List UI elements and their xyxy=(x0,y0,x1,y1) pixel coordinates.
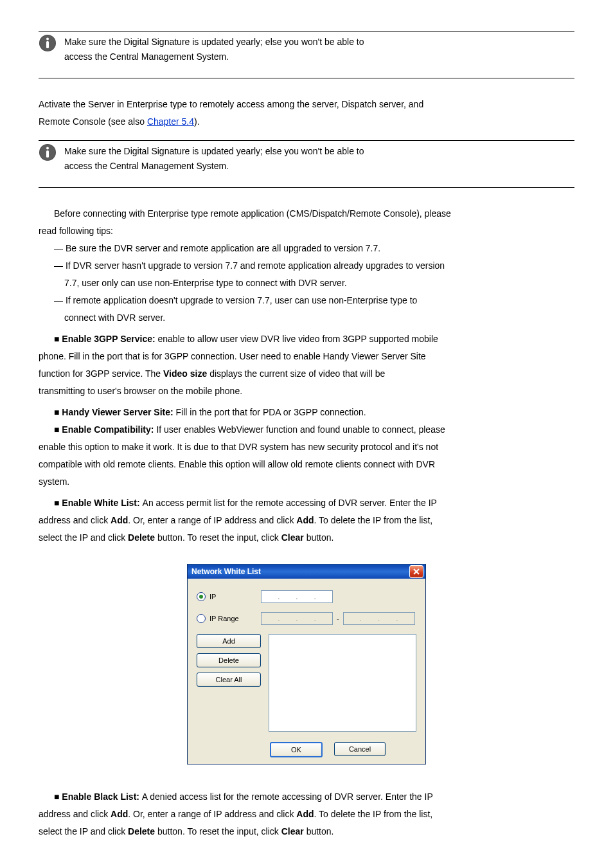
e-cont4: select the IP and click xyxy=(39,826,128,836)
d-cont2: . Or, enter a range of IP address and cl… xyxy=(128,515,296,525)
ip-range-radio[interactable] xyxy=(197,614,206,623)
d-cont4: select the IP and click xyxy=(39,532,128,543)
e-cont5: button. To reset the input, click xyxy=(155,826,281,836)
square-bullet-icon: ■ xyxy=(54,791,62,802)
bullet-a3: If remote application doesn't upgrade to… xyxy=(66,295,417,305)
e-add1: Add xyxy=(111,809,128,819)
d-delete: Delete xyxy=(128,532,155,543)
network-white-list-dialog: Network White List IP . . . xyxy=(187,564,426,764)
info1-line1b: dated yearly; else you won't be able to xyxy=(211,37,364,47)
e-add2: Add xyxy=(296,809,314,819)
square-bullet-icon: ■ xyxy=(54,334,62,344)
b1-cont2a: function for 3GPP service. The xyxy=(39,368,163,379)
e-delete: Delete xyxy=(128,826,155,836)
ip-dot: . xyxy=(278,614,280,624)
ip-range-to-input: . . . xyxy=(343,612,415,625)
range-separator: - xyxy=(337,613,339,624)
svg-point-6 xyxy=(46,147,49,150)
d-cont5: button. To reset the input, click xyxy=(155,532,281,543)
svg-rect-7 xyxy=(46,150,49,158)
ip-list[interactable] xyxy=(269,634,416,732)
ip-dot: . xyxy=(296,614,298,624)
b1-cont1: phone. Fill in the port that is for 3GPP… xyxy=(39,350,574,363)
ip-radio-label: IP xyxy=(209,592,216,602)
delete-button[interactable]: Delete xyxy=(197,653,261,667)
black-list-title: Enable Black List: xyxy=(62,791,141,802)
cancel-button[interactable]: Cancel xyxy=(334,742,386,756)
add-button[interactable]: Add xyxy=(197,634,261,648)
b1-cont2b: displays the current size of video that … xyxy=(207,368,385,379)
video-size-bold: Video size xyxy=(163,368,207,379)
dialog-title: Network White List xyxy=(191,566,261,577)
svg-point-2 xyxy=(46,38,49,41)
ip-dot: . xyxy=(314,592,316,602)
svg-rect-3 xyxy=(46,41,49,48)
enterprise-text-2b: ). xyxy=(194,116,200,127)
d-cont1: address and click xyxy=(39,515,111,525)
d-cont6: button. xyxy=(304,532,334,543)
c2-cont3: system. xyxy=(39,475,574,489)
b1-cont3: transmitting to user's browser on the mo… xyxy=(39,384,574,398)
bullet-a2: If DVR server hasn't upgrade to version … xyxy=(66,260,445,271)
ip-dot: . xyxy=(278,592,280,602)
white-list-title: Enable White List: xyxy=(62,498,142,508)
ip-input[interactable]: . . . xyxy=(261,590,333,603)
enable-compat-title: Enable Compatibility: xyxy=(62,424,156,435)
clear-all-button[interactable]: Clear All xyxy=(197,673,261,687)
e-cont3: . To delete the IP from the list, xyxy=(314,809,433,819)
close-button[interactable] xyxy=(409,565,423,578)
bullet-icon: — xyxy=(54,295,66,305)
info-note-2: Make sure the Digital Signature is updat… xyxy=(39,140,574,188)
bullet-a3-cont: connect with DVR server. xyxy=(39,311,574,325)
dialog-titlebar: Network White List xyxy=(188,565,425,579)
bullet-icon: — xyxy=(54,260,66,271)
info2-line2: access the Central Management System. xyxy=(64,159,574,173)
info-icon xyxy=(39,143,60,165)
square-bullet-icon: ■ xyxy=(54,424,62,435)
square-bullet-icon: ■ xyxy=(54,498,62,508)
ip-dot: . xyxy=(360,614,362,624)
tips-intro-cont: read following tips: xyxy=(39,224,574,238)
black-list-text: A denied access list for the remote acce… xyxy=(142,791,433,802)
ip-radio[interactable] xyxy=(197,592,206,601)
e-cont1: address and click xyxy=(39,809,111,819)
enable-3gpp-text: enable to allow user view DVR live video… xyxy=(158,334,438,344)
enterprise-text-2a: Remote Console (see also xyxy=(39,116,147,127)
ok-button[interactable]: OK xyxy=(270,742,323,757)
ip-dot: . xyxy=(314,614,316,624)
enable-compat-text: If user enables WebViewer function and f… xyxy=(156,424,445,435)
d-add2: Add xyxy=(296,515,314,525)
ip-range-from-input: . . . xyxy=(261,612,333,625)
ip-dot: . xyxy=(396,614,398,624)
e-cont6: button. xyxy=(304,826,334,836)
bullet-a1: Be sure the DVR server and remote applic… xyxy=(66,243,380,253)
d-cont3: . To delete the IP from the list, xyxy=(314,515,433,525)
enable-3gpp-title: Enable 3GPP Service: xyxy=(62,334,157,344)
info-note-1: Make sure the Digital Signature is updat… xyxy=(39,31,574,78)
white-list-text: An access permit list for the remote acc… xyxy=(143,498,437,508)
ip-dot: . xyxy=(378,614,380,624)
d-add1: Add xyxy=(111,515,128,525)
info1-line2: access the Central Management System. xyxy=(64,50,574,64)
ip-dot: . xyxy=(296,592,298,602)
info2-line1: Make sure the Digital Signature is updat… xyxy=(64,145,574,158)
ip-range-radio-label: IP Range xyxy=(209,613,239,624)
bullet-icon: — xyxy=(54,243,66,253)
handy-viewer-title: Handy Viewer Server Site: xyxy=(62,407,175,417)
d-clear: Clear xyxy=(281,532,304,543)
tips-intro: Before connecting with Enterprise type r… xyxy=(39,207,574,221)
e-clear: Clear xyxy=(281,826,304,836)
chapter-link[interactable]: Chapter 5.4 xyxy=(147,116,194,127)
c2-cont2: compatible with old remote clients. Enab… xyxy=(39,458,574,471)
e-cont2: . Or, enter a range of IP address and cl… xyxy=(128,809,296,819)
c2-cont1: enable this option to make it work. It i… xyxy=(39,440,574,454)
square-bullet-icon: ■ xyxy=(54,407,62,417)
info1-line1a: Make sure the Digital Signature is up xyxy=(64,37,211,47)
info-icon xyxy=(39,34,60,56)
enterprise-text-1: Activate the Server in Enterprise type t… xyxy=(39,98,574,111)
bullet-a2-cont: 7.7, user only can use non-Enterprise ty… xyxy=(39,276,574,290)
handy-viewer-text: Fill in the port that for PDA or 3GPP co… xyxy=(176,407,366,417)
